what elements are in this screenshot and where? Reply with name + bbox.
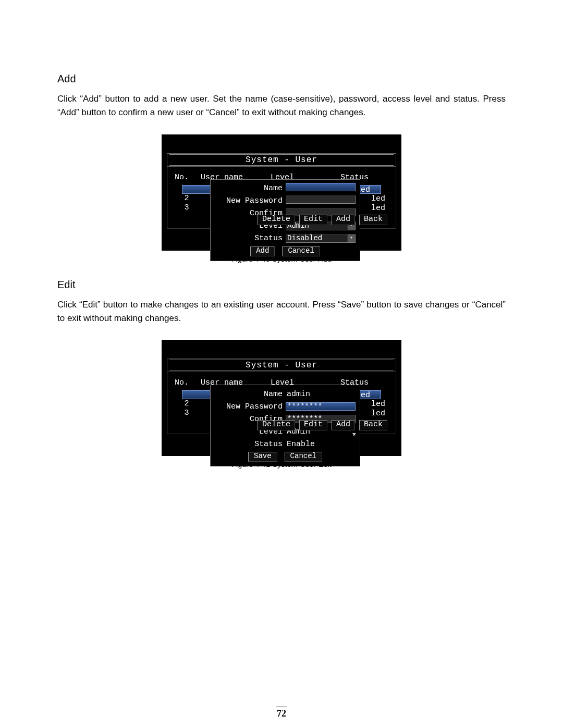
add-button-footer[interactable]: Add [332,420,355,430]
edit-button[interactable]: Edit [299,420,327,430]
paragraph-edit: Click “Edit” button to make changes to a… [57,298,506,326]
window-title: System - User [167,359,396,372]
dvr-screenshot-add: System - User No. User name Level Status… [162,134,401,251]
row-no: 2 [175,399,199,409]
name-field[interactable] [286,183,356,191]
chevron-down-icon[interactable]: ▾ [347,235,355,242]
page: Add Click “Add” button to add a new user… [0,0,563,728]
label-name: Name [215,184,286,193]
delete-button[interactable]: Delete [258,215,295,225]
section-title-add: Add [57,73,506,85]
row-status: led [371,400,385,409]
cancel-button[interactable]: Cancel [282,246,320,256]
back-button[interactable]: Back [359,420,387,430]
col-no: No. [175,378,199,387]
cancel-button[interactable]: Cancel [285,452,322,462]
window-title: System - User [167,154,396,167]
figure-edit: System - User No. User name Level Status… [57,340,506,456]
name-value: admin [286,390,310,399]
newpassword-field[interactable]: ******** [286,402,356,411]
delete-button[interactable]: Delete [258,420,295,430]
dvr-screenshot-edit: System - User No. User name Level Status… [162,340,401,456]
status-value: Enable [286,440,315,449]
col-no: No. [175,173,199,182]
row-no: 3 [175,203,199,213]
label-status: Status [215,234,286,243]
page-number: 72 [0,707,563,719]
row-no: 3 [175,409,199,418]
row-status: led [371,194,385,203]
edit-button[interactable]: Edit [299,215,327,225]
add-button-footer[interactable]: Add [332,215,355,225]
label-newpassword: New Password [215,402,286,411]
back-button[interactable]: Back [359,215,387,225]
status-value: Disabled [286,235,347,242]
row-status: led [371,204,385,213]
save-button[interactable]: Save [248,452,277,462]
label-status: Status [215,440,286,449]
footer-buttons: Delete Edit Add Back [258,420,387,430]
section-title-edit: Edit [57,279,506,291]
row-no: 2 [175,194,199,203]
add-button[interactable]: Add [250,246,275,256]
paragraph-add: Click “Add” button to add a new user. Se… [57,92,506,120]
newpassword-field[interactable] [286,195,356,204]
figure-add: System - User No. User name Level Status… [57,134,506,251]
status-select[interactable]: Disabled ▾ [286,234,356,243]
label-name: Name [215,390,286,399]
row-status: led [371,409,385,418]
label-newpassword: New Password [215,196,286,205]
footer-buttons: Delete Edit Add Back [258,215,387,225]
